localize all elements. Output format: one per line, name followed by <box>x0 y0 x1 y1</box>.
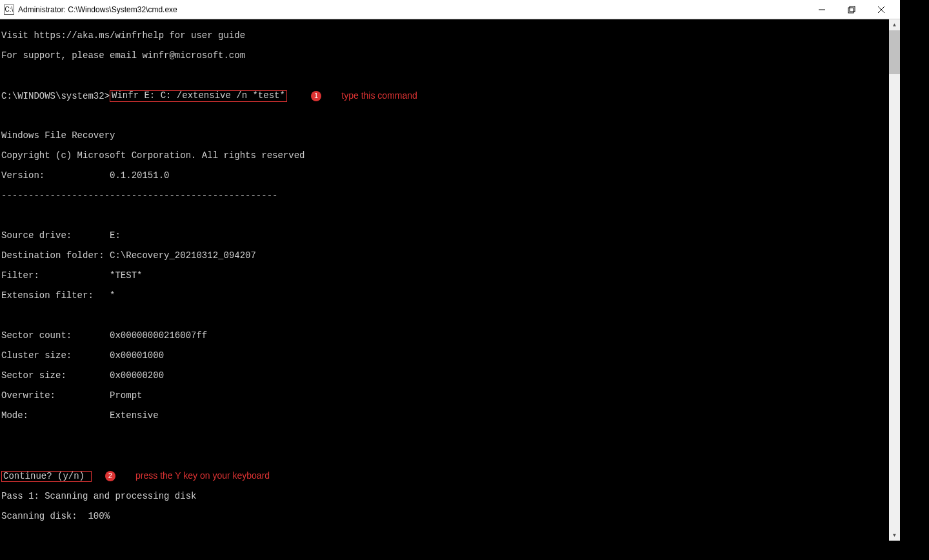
source-drive-line: Source drive: E: <box>1 231 900 241</box>
annotation-badge-2: 2 <box>105 471 115 481</box>
sector-count-line: Sector count: 0x00000000216007ff <box>1 331 900 341</box>
scroll-down-button[interactable]: ▼ <box>889 530 900 541</box>
pass1-line2: Scanning disk: 100% <box>1 512 900 522</box>
help-link-line: Visit https://aka.ms/winfrhelp for user … <box>1 31 900 41</box>
window-title: Administrator: C:\Windows\System32\cmd.e… <box>18 5 177 14</box>
version-line: Version: 0.1.20151.0 <box>1 171 900 181</box>
scroll-thumb[interactable] <box>889 30 900 74</box>
support-email-line: For support, please email winfr@microsof… <box>1 51 900 61</box>
scroll-up-button[interactable]: ▲ <box>889 19 900 30</box>
copyright-line: Copyright (c) Microsoft Corporation. All… <box>1 151 900 161</box>
window-titlebar[interactable]: C:\ Administrator: C:\Windows\System32\c… <box>0 0 900 19</box>
close-button[interactable] <box>866 0 896 19</box>
cluster-size-line: Cluster size: 0x00001000 <box>1 351 900 361</box>
extension-filter-line: Extension filter: * <box>1 291 900 301</box>
window-controls <box>807 0 896 19</box>
filter-line: Filter: *TEST* <box>1 271 900 281</box>
annotation-text-1: type this command <box>341 90 417 101</box>
prompt-path: C:\WINDOWS\system32> <box>1 90 110 101</box>
command-prompt-line: C:\WINDOWS\system32>Winfr E: C: /extensi… <box>1 91 900 101</box>
destination-folder-line: Destination folder: C:\Recovery_20210312… <box>1 251 900 261</box>
cmd-icon: C:\ <box>4 5 14 15</box>
minimize-button[interactable] <box>807 0 837 19</box>
overwrite-line: Overwrite: Prompt <box>1 391 900 401</box>
command-text: Winfr E: C: /extensive /n *test* <box>112 90 285 101</box>
maximize-button[interactable] <box>837 0 866 19</box>
sector-size-line: Sector size: 0x00000200 <box>1 371 900 381</box>
vertical-scrollbar[interactable]: ▲ ▼ <box>889 19 900 541</box>
program-name: Windows File Recovery <box>1 131 900 141</box>
command-highlight: Winfr E: C: /extensive /n *test* <box>110 90 287 102</box>
svg-rect-1 <box>848 8 854 13</box>
annotation-badge-1: 1 <box>311 91 321 101</box>
continue-highlight: Continue? (y/n) <box>1 471 92 483</box>
svg-rect-2 <box>850 6 855 12</box>
pass1-line1: Pass 1: Scanning and processing disk <box>1 492 900 502</box>
continue-prompt-line: Continue? (y/n) 2 press the Y key on you… <box>1 471 900 481</box>
divider-line: ----------------------------------------… <box>1 191 900 201</box>
annotation-text-2: press the Y key on your keyboard <box>135 470 270 481</box>
mode-line: Mode: Extensive <box>1 411 900 421</box>
console-output[interactable]: Visit https://aka.ms/winfrhelp for user … <box>0 19 900 541</box>
